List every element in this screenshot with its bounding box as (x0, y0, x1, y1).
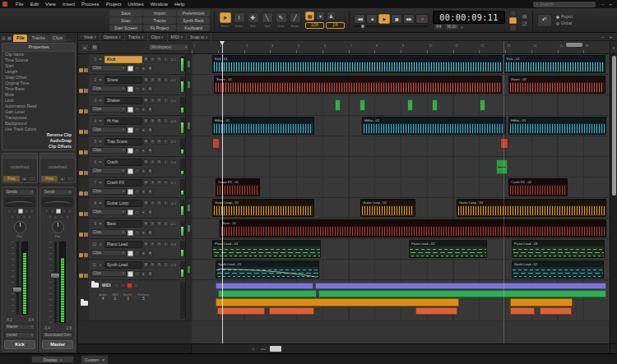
strip-name-button[interactable]: Kick (4, 340, 35, 349)
arr-menu-clips[interactable]: Clips ▾ (148, 33, 168, 41)
track-i-button[interactable]: I (163, 98, 169, 104)
clips-dropdown[interactable]: Clips▾ (90, 270, 127, 277)
track-option-button[interactable]: ▴ (141, 271, 146, 277)
track-lane-crash-fx[interactable]: Crash FX - 01Crash FX - 02 (192, 177, 610, 198)
track-m-button[interactable]: M (143, 139, 149, 145)
clip-synth-lead-02[interactable]: Synth Lead - 02 (512, 260, 604, 279)
clips-dropdown[interactable]: Clips▾ (90, 85, 127, 92)
track-m-button[interactable]: M (143, 159, 149, 165)
folder-clip-orange[interactable] (510, 298, 573, 306)
tool-draw[interactable]: ✎Draw (275, 12, 287, 28)
track-option-button[interactable]: ▴ (141, 148, 146, 154)
snap-badge[interactable]: 1/4 (326, 22, 345, 29)
track-s-button[interactable]: S (150, 180, 155, 186)
track-option-button[interactable]: • (134, 189, 140, 195)
track-r-button[interactable]: R (156, 77, 162, 83)
track-option-button[interactable]: • (134, 107, 140, 113)
folder-clip-green[interactable] (318, 290, 606, 297)
strip-button[interactable] (10, 214, 15, 219)
up-button[interactable]: ▴ (21, 176, 28, 182)
track-lane-shaker[interactable] (192, 95, 610, 116)
track-color-chip[interactable] (79, 233, 83, 237)
track-option-button[interactable]: • (134, 66, 140, 71)
track-lane-piano-lead[interactable]: Piano Lead - 01Piano Lead - 02Piano Lead… (192, 239, 610, 260)
strip-button[interactable] (27, 214, 32, 219)
property-action-clip-offsets[interactable]: Clip Offsets (2, 144, 75, 150)
track-i-button[interactable]: I (163, 118, 169, 124)
ruler-add-button[interactable]: + (610, 41, 617, 53)
close-button[interactable] (2, 2, 7, 7)
track-option-button[interactable]: • (134, 168, 140, 174)
forward-button[interactable]: ▶▶ (403, 14, 415, 24)
track-name[interactable]: Guitar Loop (104, 200, 142, 207)
strip-button[interactable] (65, 214, 70, 219)
add-track-button[interactable]: + (81, 44, 89, 52)
track-name[interactable]: Kick (104, 56, 142, 63)
track-color-chip[interactable] (79, 191, 83, 196)
mode-project[interactable]: Project (556, 15, 573, 19)
playhead-handle[interactable] (220, 41, 225, 48)
arr-menu-options[interactable]: Options ▾ (100, 33, 125, 41)
user-icon[interactable]: ♟ (327, 12, 336, 21)
shuttle-slider[interactable] (354, 25, 429, 27)
folder-clip-red[interactable] (540, 307, 572, 315)
horizontal-scroll-thumb[interactable] (270, 346, 281, 352)
track-name[interactable]: Snare (104, 76, 142, 84)
track-option-button[interactable]: ▴ (141, 230, 146, 236)
track-s-button[interactable]: S (150, 57, 155, 62)
clip-piano-lead-02[interactable]: Piano Lead - 02 (409, 240, 487, 258)
track-color-chip[interactable] (79, 68, 83, 72)
record-arm-button[interactable] (128, 271, 133, 277)
property-row-start[interactable]: Start (2, 63, 75, 69)
track-lane-trap-snare[interactable] (192, 136, 610, 157)
folder-clip-green[interactable] (218, 290, 317, 297)
sidebar-tab-clips[interactable]: Clips (49, 35, 66, 42)
record-arm-button[interactable] (128, 107, 133, 113)
clip-bass-01[interactable]: Bass - 01 (220, 219, 606, 237)
track-color-chip[interactable] (79, 109, 83, 113)
track-m-button[interactable]: M (143, 57, 149, 62)
strip-button[interactable] (30, 209, 35, 214)
clip-kick-01[interactable]: Kick - 01 (212, 55, 503, 73)
track-option-button[interactable]: ▴ (141, 86, 146, 92)
clip-mini-green[interactable] (432, 99, 438, 111)
track-s-button[interactable]: S (150, 118, 155, 124)
arr-menu-snap-to[interactable]: Snap to ▾ (187, 33, 211, 41)
property-row-time-source[interactable]: Time Source (2, 58, 75, 63)
track-s-button[interactable]: S (150, 262, 155, 268)
track-i-button[interactable]: I (163, 200, 169, 206)
tool-split[interactable]: ╲Split (261, 12, 273, 28)
record-arm-button[interactable] (128, 127, 133, 133)
strip-button[interactable] (7, 209, 12, 214)
auto-punch-button[interactable] (509, 17, 517, 24)
track-option-button[interactable]: ▴ (141, 210, 146, 215)
record-arm-button[interactable] (128, 210, 133, 215)
track-name[interactable]: Hi Hat (104, 117, 142, 125)
record-arm-button[interactable] (128, 86, 133, 92)
folder-button[interactable] (114, 283, 119, 288)
track-option-button[interactable]: ▴ (141, 107, 146, 113)
track-option-button[interactable]: A (147, 148, 153, 154)
track-lane-crash[interactable] (192, 157, 610, 177)
strip-button[interactable] (12, 209, 17, 214)
folder-clip-purple[interactable] (216, 283, 313, 289)
track-r-button[interactable]: R (156, 242, 162, 247)
track-r-button[interactable]: R (156, 200, 162, 206)
track-option-button[interactable]: ▴ (141, 66, 146, 71)
track-r-button[interactable]: R (156, 118, 162, 124)
track-r-button[interactable]: R (156, 180, 162, 186)
track-s-button[interactable]: S (150, 139, 155, 145)
vertical-scroll-thumb[interactable] (612, 56, 616, 196)
track-m-button[interactable]: M (143, 118, 149, 124)
clip-mini-green[interactable] (360, 99, 365, 111)
track-name[interactable]: Shaker (104, 97, 142, 104)
strip-button[interactable] (48, 214, 53, 219)
track-color-chip[interactable] (79, 274, 83, 278)
track-color-chip[interactable] (79, 253, 83, 257)
record-button[interactable]: ● (415, 14, 429, 24)
strip-button[interactable] (18, 209, 23, 214)
track-option-button[interactable]: A (147, 251, 153, 256)
output-dropdown[interactable]: Soundcard Out▾ (42, 332, 73, 339)
record-arm-button[interactable] (128, 251, 133, 256)
punch-in-button[interactable] (509, 10, 517, 16)
